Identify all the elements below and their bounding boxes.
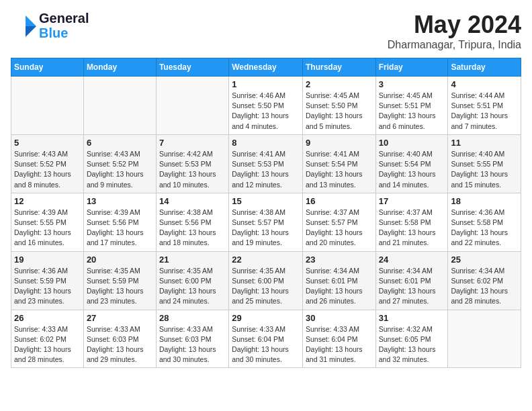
calendar-cell: 15 Sunrise: 4:38 AMSunset: 5:57 PMDaylig… [229,193,303,251]
calendar-cell: 27 Sunrise: 4:33 AMSunset: 6:03 PMDaylig… [83,310,156,368]
weekday-header-row: SundayMondayTuesdayWednesdayThursdayFrid… [11,58,521,77]
day-number: 2 [306,79,373,89]
day-info: Sunrise: 4:37 AMSunset: 5:58 PMDaylight:… [379,208,445,248]
calendar-cell [448,310,521,368]
calendar-cell: 6 Sunrise: 4:43 AMSunset: 5:52 PMDayligh… [83,134,156,193]
calendar-cell: 12 Sunrise: 4:39 AMSunset: 5:55 PMDaylig… [11,193,84,251]
calendar-cell: 31 Sunrise: 4:32 AMSunset: 6:05 PMDaylig… [375,310,448,368]
calendar-cell [156,77,228,135]
day-info: Sunrise: 4:43 AMSunset: 5:52 PMDaylight:… [87,149,153,190]
calendar-cell: 28 Sunrise: 4:33 AMSunset: 6:03 PMDaylig… [156,310,228,368]
calendar-cell: 26 Sunrise: 4:33 AMSunset: 6:02 PMDaylig… [11,310,84,368]
calendar-cell: 5 Sunrise: 4:43 AMSunset: 5:52 PMDayligh… [11,134,84,193]
calendar-title-block: May 2024 Dharmanagar, Tripura, India [388,11,521,51]
calendar-cell: 1 Sunrise: 4:46 AMSunset: 5:50 PMDayligh… [229,77,303,135]
day-number: 7 [159,138,226,148]
day-info: Sunrise: 4:33 AMSunset: 6:03 PMDaylight:… [87,324,153,365]
calendar-cell: 29 Sunrise: 4:33 AMSunset: 6:04 PMDaylig… [229,310,303,368]
day-info: Sunrise: 4:33 AMSunset: 6:03 PMDaylight:… [159,324,226,365]
day-info: Sunrise: 4:34 AMSunset: 6:01 PMDaylight:… [306,266,373,307]
day-number: 26 [14,313,81,323]
calendar-cell: 16 Sunrise: 4:37 AMSunset: 5:57 PMDaylig… [302,193,375,251]
day-number: 21 [159,255,226,265]
calendar-cell [11,77,84,135]
day-info: Sunrise: 4:35 AMSunset: 6:00 PMDaylight:… [159,266,226,307]
day-number: 31 [379,313,445,323]
day-info: Sunrise: 4:35 AMSunset: 6:00 PMDaylight:… [232,266,300,307]
day-number: 11 [451,138,518,148]
day-number: 8 [232,138,300,148]
day-number: 10 [379,138,445,148]
day-info: Sunrise: 4:34 AMSunset: 6:02 PMDaylight:… [451,266,518,307]
day-number: 28 [159,313,226,323]
logo-line2: Blue [39,26,68,40]
day-info: Sunrise: 4:45 AMSunset: 5:51 PMDaylight:… [379,91,445,132]
day-number: 24 [379,255,445,265]
weekday-header-monday: Monday [83,58,156,77]
day-info: Sunrise: 4:33 AMSunset: 6:02 PMDaylight:… [14,324,81,365]
day-number: 6 [87,138,153,148]
day-info: Sunrise: 4:46 AMSunset: 5:50 PMDaylight:… [232,91,300,132]
day-number: 15 [232,196,300,206]
day-number: 5 [14,138,81,148]
day-number: 30 [306,313,373,323]
day-info: Sunrise: 4:41 AMSunset: 5:53 PMDaylight:… [232,149,300,190]
day-number: 9 [306,138,373,148]
day-info: Sunrise: 4:38 AMSunset: 5:56 PMDaylight:… [159,208,226,248]
day-number: 23 [306,255,373,265]
weekday-header-sunday: Sunday [11,58,84,77]
logo-line1: General [39,11,89,26]
weekday-header-saturday: Saturday [448,58,521,77]
calendar-week-row: 1 Sunrise: 4:46 AMSunset: 5:50 PMDayligh… [11,77,521,135]
calendar-cell: 19 Sunrise: 4:36 AMSunset: 5:59 PMDaylig… [11,251,84,310]
day-number: 18 [451,196,518,206]
weekday-header-wednesday: Wednesday [229,58,303,77]
calendar-cell: 25 Sunrise: 4:34 AMSunset: 6:02 PMDaylig… [448,251,521,310]
day-info: Sunrise: 4:32 AMSunset: 6:05 PMDaylight:… [379,324,445,365]
logo-text-block: General Blue [39,11,89,40]
calendar-cell: 20 Sunrise: 4:35 AMSunset: 5:59 PMDaylig… [83,251,156,310]
calendar-header: SundayMondayTuesdayWednesdayThursdayFrid… [11,58,521,77]
day-info: Sunrise: 4:39 AMSunset: 5:56 PMDaylight:… [87,208,153,248]
calendar-cell: 10 Sunrise: 4:40 AMSunset: 5:54 PMDaylig… [375,134,448,193]
logo-icon [11,13,36,38]
day-info: Sunrise: 4:45 AMSunset: 5:50 PMDaylight:… [306,91,373,132]
day-number: 20 [87,255,153,265]
calendar-cell: 9 Sunrise: 4:41 AMSunset: 5:54 PMDayligh… [302,134,375,193]
day-number: 13 [87,196,153,206]
day-number: 3 [379,79,445,89]
calendar-cell: 8 Sunrise: 4:41 AMSunset: 5:53 PMDayligh… [229,134,303,193]
calendar-table: SundayMondayTuesdayWednesdayThursdayFrid… [11,58,521,368]
day-info: Sunrise: 4:41 AMSunset: 5:54 PMDaylight:… [306,149,373,190]
weekday-header-tuesday: Tuesday [156,58,228,77]
calendar-cell: 18 Sunrise: 4:36 AMSunset: 5:58 PMDaylig… [448,193,521,251]
day-info: Sunrise: 4:33 AMSunset: 6:04 PMDaylight:… [306,324,373,365]
calendar-cell: 14 Sunrise: 4:38 AMSunset: 5:56 PMDaylig… [156,193,228,251]
calendar-cell: 22 Sunrise: 4:35 AMSunset: 6:00 PMDaylig… [229,251,303,310]
day-number: 16 [306,196,373,206]
day-number: 4 [451,79,518,89]
logo: General Blue [11,11,89,40]
day-info: Sunrise: 4:34 AMSunset: 6:01 PMDaylight:… [379,266,445,307]
calendar-cell: 24 Sunrise: 4:34 AMSunset: 6:01 PMDaylig… [375,251,448,310]
weekday-header-thursday: Thursday [302,58,375,77]
calendar-week-row: 5 Sunrise: 4:43 AMSunset: 5:52 PMDayligh… [11,134,521,193]
day-number: 27 [87,313,153,323]
calendar-month-year: May 2024 [388,11,521,39]
day-number: 1 [232,79,300,89]
day-info: Sunrise: 4:42 AMSunset: 5:53 PMDaylight:… [159,149,226,190]
weekday-header-friday: Friday [375,58,448,77]
calendar-week-row: 12 Sunrise: 4:39 AMSunset: 5:55 PMDaylig… [11,193,521,251]
calendar-week-row: 19 Sunrise: 4:36 AMSunset: 5:59 PMDaylig… [11,251,521,310]
day-info: Sunrise: 4:40 AMSunset: 5:54 PMDaylight:… [379,149,445,190]
day-info: Sunrise: 4:44 AMSunset: 5:51 PMDaylight:… [451,91,518,132]
day-info: Sunrise: 4:43 AMSunset: 5:52 PMDaylight:… [14,149,81,190]
calendar-week-row: 26 Sunrise: 4:33 AMSunset: 6:02 PMDaylig… [11,310,521,368]
calendar-cell: 7 Sunrise: 4:42 AMSunset: 5:53 PMDayligh… [156,134,228,193]
calendar-cell: 23 Sunrise: 4:34 AMSunset: 6:01 PMDaylig… [302,251,375,310]
calendar-cell: 11 Sunrise: 4:40 AMSunset: 5:55 PMDaylig… [448,134,521,193]
calendar-cell: 4 Sunrise: 4:44 AMSunset: 5:51 PMDayligh… [448,77,521,135]
page-header: General Blue May 2024 Dharmanagar, Tripu… [11,11,521,51]
day-info: Sunrise: 4:37 AMSunset: 5:57 PMDaylight:… [306,208,373,248]
day-info: Sunrise: 4:39 AMSunset: 5:55 PMDaylight:… [14,208,81,248]
